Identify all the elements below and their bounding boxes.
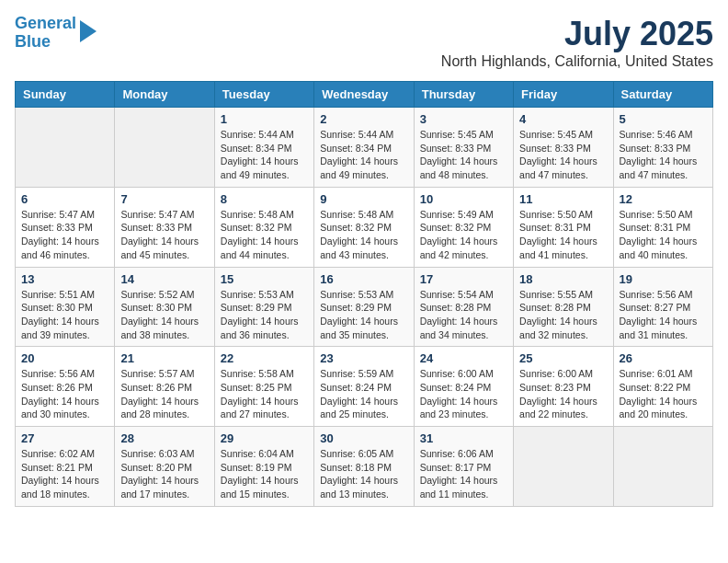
calendar-cell: 16Sunrise: 5:53 AM Sunset: 8:29 PM Dayli… xyxy=(314,267,414,347)
day-info: Sunrise: 6:02 AM Sunset: 8:21 PM Dayligh… xyxy=(21,447,108,501)
day-info: Sunrise: 6:03 AM Sunset: 8:20 PM Dayligh… xyxy=(120,447,208,501)
calendar-cell: 31Sunrise: 6:06 AM Sunset: 8:17 PM Dayli… xyxy=(414,427,513,507)
month-title: July 2025 xyxy=(441,15,713,53)
day-info: Sunrise: 5:52 AM Sunset: 8:30 PM Dayligh… xyxy=(120,288,208,342)
calendar-cell: 7Sunrise: 5:47 AM Sunset: 8:33 PM Daylig… xyxy=(115,187,214,267)
calendar-cell: 19Sunrise: 5:56 AM Sunset: 8:27 PM Dayli… xyxy=(613,267,712,347)
day-info: Sunrise: 5:46 AM Sunset: 8:33 PM Dayligh… xyxy=(620,128,707,182)
location-title: North Highlands, California, United Stat… xyxy=(441,53,713,70)
calendar-week-3: 13Sunrise: 5:51 AM Sunset: 8:30 PM Dayli… xyxy=(16,267,713,347)
day-info: Sunrise: 6:00 AM Sunset: 8:23 PM Dayligh… xyxy=(519,367,607,421)
day-info: Sunrise: 5:56 AM Sunset: 8:26 PM Dayligh… xyxy=(21,367,108,421)
day-number: 10 xyxy=(420,192,507,206)
calendar-cell: 9Sunrise: 5:48 AM Sunset: 8:32 PM Daylig… xyxy=(314,187,414,267)
calendar-cell: 10Sunrise: 5:49 AM Sunset: 8:32 PM Dayli… xyxy=(414,187,513,267)
day-number: 17 xyxy=(420,272,507,286)
day-info: Sunrise: 5:51 AM Sunset: 8:30 PM Dayligh… xyxy=(21,288,108,342)
calendar-week-5: 27Sunrise: 6:02 AM Sunset: 8:21 PM Dayli… xyxy=(16,427,713,507)
day-number: 9 xyxy=(320,192,407,206)
calendar-body: 1Sunrise: 5:44 AM Sunset: 8:34 PM Daylig… xyxy=(16,108,713,507)
calendar-week-1: 1Sunrise: 5:44 AM Sunset: 8:34 PM Daylig… xyxy=(16,108,713,188)
calendar-cell: 11Sunrise: 5:50 AM Sunset: 8:31 PM Dayli… xyxy=(514,187,613,267)
calendar-cell: 28Sunrise: 6:03 AM Sunset: 8:20 PM Dayli… xyxy=(115,427,214,507)
calendar-cell: 5Sunrise: 5:46 AM Sunset: 8:33 PM Daylig… xyxy=(613,108,712,188)
title-block: July 2025 North Highlands, California, U… xyxy=(441,15,713,70)
day-info: Sunrise: 5:56 AM Sunset: 8:27 PM Dayligh… xyxy=(620,288,707,342)
calendar-cell: 18Sunrise: 5:55 AM Sunset: 8:28 PM Dayli… xyxy=(514,267,613,347)
calendar-cell: 24Sunrise: 6:00 AM Sunset: 8:24 PM Dayli… xyxy=(414,347,513,427)
day-info: Sunrise: 5:57 AM Sunset: 8:26 PM Dayligh… xyxy=(120,367,208,421)
calendar-cell: 2Sunrise: 5:44 AM Sunset: 8:34 PM Daylig… xyxy=(314,108,414,188)
day-info: Sunrise: 6:01 AM Sunset: 8:22 PM Dayligh… xyxy=(620,367,707,421)
day-number: 26 xyxy=(620,351,707,365)
weekday-header-sunday: Sunday xyxy=(16,82,115,108)
calendar-cell: 27Sunrise: 6:02 AM Sunset: 8:21 PM Dayli… xyxy=(16,427,115,507)
logo-text-line2: Blue xyxy=(15,33,76,52)
weekday-header-row: SundayMondayTuesdayWednesdayThursdayFrid… xyxy=(16,82,713,108)
day-number: 16 xyxy=(320,272,407,286)
weekday-header-thursday: Thursday xyxy=(414,82,513,108)
day-info: Sunrise: 5:55 AM Sunset: 8:28 PM Dayligh… xyxy=(519,288,607,342)
calendar-cell xyxy=(16,108,115,188)
calendar-cell: 22Sunrise: 5:58 AM Sunset: 8:25 PM Dayli… xyxy=(214,347,313,427)
day-info: Sunrise: 5:59 AM Sunset: 8:24 PM Dayligh… xyxy=(320,367,407,421)
calendar-header: SundayMondayTuesdayWednesdayThursdayFrid… xyxy=(16,82,713,108)
logo-text-line1: General xyxy=(15,15,76,33)
day-number: 15 xyxy=(221,272,308,286)
calendar-cell xyxy=(115,108,214,188)
day-number: 23 xyxy=(320,351,407,365)
day-number: 18 xyxy=(519,272,607,286)
calendar-table: SundayMondayTuesdayWednesdayThursdayFrid… xyxy=(15,81,713,507)
day-info: Sunrise: 5:54 AM Sunset: 8:28 PM Dayligh… xyxy=(420,288,507,342)
day-number: 2 xyxy=(320,112,407,126)
day-info: Sunrise: 5:44 AM Sunset: 8:34 PM Dayligh… xyxy=(221,128,308,182)
day-info: Sunrise: 5:58 AM Sunset: 8:25 PM Dayligh… xyxy=(221,367,308,421)
day-number: 30 xyxy=(320,431,407,445)
calendar-cell: 8Sunrise: 5:48 AM Sunset: 8:32 PM Daylig… xyxy=(214,187,313,267)
day-number: 20 xyxy=(21,351,108,365)
day-number: 5 xyxy=(620,112,707,126)
day-info: Sunrise: 6:06 AM Sunset: 8:17 PM Dayligh… xyxy=(420,447,507,501)
calendar-cell: 20Sunrise: 5:56 AM Sunset: 8:26 PM Dayli… xyxy=(16,347,115,427)
day-info: Sunrise: 5:45 AM Sunset: 8:33 PM Dayligh… xyxy=(420,128,507,182)
calendar-cell: 14Sunrise: 5:52 AM Sunset: 8:30 PM Dayli… xyxy=(115,267,214,347)
day-number: 8 xyxy=(221,192,308,206)
calendar-cell: 15Sunrise: 5:53 AM Sunset: 8:29 PM Dayli… xyxy=(214,267,313,347)
calendar-cell: 26Sunrise: 6:01 AM Sunset: 8:22 PM Dayli… xyxy=(613,347,712,427)
calendar-cell xyxy=(514,427,613,507)
calendar-cell: 4Sunrise: 5:45 AM Sunset: 8:33 PM Daylig… xyxy=(514,108,613,188)
day-number: 19 xyxy=(620,272,707,286)
calendar-cell xyxy=(613,427,712,507)
calendar-cell: 25Sunrise: 6:00 AM Sunset: 8:23 PM Dayli… xyxy=(514,347,613,427)
day-number: 28 xyxy=(120,431,208,445)
calendar-cell: 1Sunrise: 5:44 AM Sunset: 8:34 PM Daylig… xyxy=(214,108,313,188)
day-number: 25 xyxy=(519,351,607,365)
day-number: 3 xyxy=(420,112,507,126)
day-info: Sunrise: 5:53 AM Sunset: 8:29 PM Dayligh… xyxy=(320,288,407,342)
day-number: 29 xyxy=(221,431,308,445)
weekday-header-saturday: Saturday xyxy=(613,82,712,108)
calendar-cell: 3Sunrise: 5:45 AM Sunset: 8:33 PM Daylig… xyxy=(414,108,513,188)
day-number: 11 xyxy=(519,192,607,206)
day-info: Sunrise: 5:44 AM Sunset: 8:34 PM Dayligh… xyxy=(320,128,407,182)
day-info: Sunrise: 5:47 AM Sunset: 8:33 PM Dayligh… xyxy=(21,208,108,262)
weekday-header-tuesday: Tuesday xyxy=(214,82,313,108)
day-number: 22 xyxy=(221,351,308,365)
day-number: 31 xyxy=(420,431,507,445)
calendar-cell: 21Sunrise: 5:57 AM Sunset: 8:26 PM Dayli… xyxy=(115,347,214,427)
day-info: Sunrise: 5:53 AM Sunset: 8:29 PM Dayligh… xyxy=(221,288,308,342)
weekday-header-wednesday: Wednesday xyxy=(314,82,414,108)
day-info: Sunrise: 5:47 AM Sunset: 8:33 PM Dayligh… xyxy=(120,208,208,262)
day-info: Sunrise: 5:50 AM Sunset: 8:31 PM Dayligh… xyxy=(620,208,707,262)
day-info: Sunrise: 6:05 AM Sunset: 8:18 PM Dayligh… xyxy=(320,447,407,501)
logo-arrow-icon xyxy=(80,20,97,42)
calendar-week-2: 6Sunrise: 5:47 AM Sunset: 8:33 PM Daylig… xyxy=(16,187,713,267)
day-number: 24 xyxy=(420,351,507,365)
day-info: Sunrise: 5:45 AM Sunset: 8:33 PM Dayligh… xyxy=(519,128,607,182)
day-number: 7 xyxy=(120,192,208,206)
day-info: Sunrise: 5:48 AM Sunset: 8:32 PM Dayligh… xyxy=(221,208,308,262)
day-info: Sunrise: 6:04 AM Sunset: 8:19 PM Dayligh… xyxy=(221,447,308,501)
calendar-cell: 12Sunrise: 5:50 AM Sunset: 8:31 PM Dayli… xyxy=(613,187,712,267)
day-info: Sunrise: 5:50 AM Sunset: 8:31 PM Dayligh… xyxy=(519,208,607,262)
page-header: General Blue July 2025 North Highlands, … xyxy=(15,15,713,70)
